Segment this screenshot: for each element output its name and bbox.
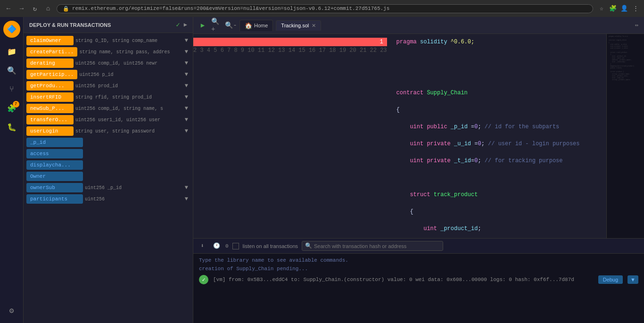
zoom-out-btn[interactable]: 🔍- bbox=[225, 20, 237, 31]
fn-btn-createParti[interactable]: createParti... bbox=[26, 47, 77, 57]
line-number-7: 7 bbox=[227, 47, 231, 54]
fn-row-access: access bbox=[26, 149, 190, 158]
line-number-18: 18 bbox=[329, 47, 336, 54]
fn-btn-getProdu[interactable]: getProdu... bbox=[26, 81, 74, 91]
line-numbers: 1 2 3 4 5 6 7 8 9 10 11 12 13 14 15 16 1 bbox=[193, 34, 391, 238]
terminal-search-input[interactable] bbox=[314, 243, 440, 249]
tab-close-icon[interactable]: ✕ bbox=[312, 23, 316, 29]
sidebar-item-settings[interactable]: ⚙ bbox=[3, 302, 20, 319]
icon-sidebar: 🔷 📁 🔍 ⑂ 🧩7 🐛 ⚙ bbox=[0, 17, 24, 323]
code-editor: 1 2 3 4 5 6 7 8 9 10 11 12 13 14 15 16 1 bbox=[193, 34, 606, 238]
code-content[interactable]: pragma solidity ^0.6.0; contract Supply_… bbox=[391, 34, 606, 238]
log-transaction-msg: [vm] from: 0x5B3...eddC4 to: Supply_Chai… bbox=[213, 277, 594, 282]
fn-dropdown-userLogin[interactable]: ▼ bbox=[183, 127, 190, 135]
zoom-in-btn[interactable]: 🔍+ bbox=[211, 20, 223, 31]
editor-toolbar: ▶ 🔍+ 🔍- 🏠 Home Tracking.sol ✕ ⇔ bbox=[193, 17, 644, 34]
profile-btn[interactable]: 👤 bbox=[619, 4, 629, 13]
url-bar[interactable]: 🔒 remix.ethereum.org/#optimize=false&run… bbox=[57, 4, 593, 13]
log-to: Supply_Chain.(constructor) bbox=[303, 277, 384, 282]
fn-btn-owner[interactable]: Owner bbox=[26, 172, 83, 181]
fn-btn-transferO[interactable]: transferO... bbox=[26, 115, 74, 124]
fn-btn-derating[interactable]: derating bbox=[26, 58, 74, 68]
sidebar-item-debug[interactable]: 🐛 bbox=[3, 119, 20, 136]
log-expand-btn[interactable]: ▼ bbox=[627, 275, 638, 284]
tab-tracking[interactable]: Tracking.sol ✕ bbox=[276, 20, 321, 31]
fn-btn-claimOwner[interactable]: claimOwner bbox=[26, 36, 74, 45]
fn-row-createParti: createParti... string name, string pass,… bbox=[26, 47, 190, 57]
log-from: 0x5B3...eddC4 bbox=[248, 277, 288, 282]
sidebar-item-plugins[interactable]: 🧩7 bbox=[3, 100, 20, 117]
back-btn[interactable]: ← bbox=[4, 4, 13, 13]
line-number-22: 22 bbox=[370, 47, 377, 54]
log-entry-transaction: ✓ [vm] from: 0x5B3...eddC4 to: Supply_Ch… bbox=[199, 273, 638, 286]
deploy-expand-icon[interactable]: ▶ bbox=[184, 21, 187, 28]
home-icon: 🏠 bbox=[245, 22, 252, 29]
log-hash: 0xf6f...7d87d bbox=[534, 277, 574, 282]
fn-dropdown-newSubP[interactable]: ▼ bbox=[183, 104, 190, 113]
fn-dropdown-participants[interactable]: ▼ bbox=[183, 195, 190, 203]
sidebar-item-git[interactable]: ⑂ bbox=[3, 81, 20, 98]
fn-dropdown-ownerSub[interactable]: ▼ bbox=[183, 183, 190, 192]
fn-btn-ownerSub[interactable]: ownerSub bbox=[26, 183, 83, 192]
deploy-title: DEPLOY & RUN TRANSACTIONS bbox=[29, 22, 172, 28]
sidebar-item-search[interactable]: 🔍 bbox=[3, 62, 20, 79]
line-number-9: 9 bbox=[241, 47, 244, 54]
fn-params-claimOwner: string O_ID, string comp_name bbox=[75, 38, 181, 43]
fn-params-userLogin: string user, string password bbox=[75, 129, 181, 134]
line-number-21: 21 bbox=[360, 47, 366, 54]
deploy-check-icon: ✓ bbox=[176, 21, 180, 29]
run-btn[interactable]: ▶ bbox=[197, 20, 208, 31]
fn-btn-insertRFID[interactable]: insertRFID bbox=[26, 92, 74, 102]
fn-row-derating: derating uint256 comp_id, uint256 newr ▼ bbox=[26, 58, 190, 68]
app-logo[interactable]: 🔷 bbox=[3, 21, 20, 38]
fn-row-owner: Owner bbox=[26, 172, 190, 181]
line-number-19: 19 bbox=[339, 47, 346, 54]
forward-btn[interactable]: → bbox=[17, 4, 26, 13]
fn-btn-participants[interactable]: participants bbox=[26, 194, 83, 204]
app-container: 🔷 📁 🔍 ⑂ 🧩7 🐛 ⚙ DEPLOY & RUN TRANSACTIONS… bbox=[0, 17, 644, 323]
listen-checkbox[interactable] bbox=[232, 243, 239, 249]
fn-btn-userLogin[interactable]: userLogin bbox=[26, 126, 74, 136]
fn-dropdown-getParticip[interactable]: ▼ bbox=[183, 70, 190, 79]
fn-btn-getParticip[interactable]: getParticip... bbox=[26, 70, 77, 79]
star-btn[interactable]: ☆ bbox=[597, 4, 606, 13]
terminal-toolbar: ⬇ 🕐 0 listen on all transactions 🔍 bbox=[193, 239, 644, 254]
fn-dropdown-derating[interactable]: ▼ bbox=[183, 59, 190, 67]
line-number-1: 1 bbox=[193, 38, 387, 46]
tab-home[interactable]: 🏠 Home bbox=[239, 20, 273, 31]
fn-dropdown-transferO[interactable]: ▼ bbox=[183, 116, 190, 124]
terminal-search[interactable]: 🔍 bbox=[302, 241, 443, 251]
sidebar-item-files[interactable]: 📁 bbox=[3, 43, 20, 60]
terminal-count: 0 bbox=[225, 243, 229, 249]
fn-dropdown-createParti[interactable]: ▼ bbox=[183, 48, 190, 56]
fn-btn-displaycha[interactable]: displaycha... bbox=[26, 160, 83, 170]
fn-btn-access[interactable]: access bbox=[26, 149, 83, 158]
line-number-6: 6 bbox=[221, 47, 224, 54]
fn-row-claimOwner: claimOwner string O_ID, string comp_name… bbox=[26, 36, 190, 45]
home-btn[interactable]: ⌂ bbox=[43, 4, 53, 13]
terminal-log: Type the library name to see available c… bbox=[193, 254, 644, 323]
fn-btn-newSubP[interactable]: newSub_P... bbox=[26, 104, 74, 113]
menu-btn[interactable]: ⋮ bbox=[631, 4, 640, 13]
terminal-search-icon: 🔍 bbox=[305, 242, 312, 249]
browser-bar: ← → ↻ ⌂ 🔒 remix.ethereum.org/#optimize=f… bbox=[0, 0, 644, 17]
fn-row-participants: participants uint256 ▼ bbox=[26, 194, 190, 204]
terminal-clear-btn[interactable]: ⬇ bbox=[197, 241, 207, 251]
log-line-1: Type the library name to see available c… bbox=[199, 257, 638, 265]
lock-icon: 🔒 bbox=[63, 6, 69, 12]
fn-row-userLogin: userLogin string user, string password ▼ bbox=[26, 126, 190, 136]
line-number-14: 14 bbox=[289, 47, 295, 54]
fn-row-transferO: transferO... uint256 user1_id, uint256 u… bbox=[26, 115, 190, 124]
fn-params-derating: uint256 comp_id, uint256 newr bbox=[75, 61, 181, 66]
panel-expand-icon[interactable]: ⇔ bbox=[633, 20, 640, 31]
line-number-5: 5 bbox=[214, 47, 217, 54]
fn-dropdown-claimOwner[interactable]: ▼ bbox=[183, 36, 190, 45]
extensions-btn[interactable]: 🧩 bbox=[608, 4, 618, 13]
log-debug-btn[interactable]: Debug bbox=[598, 275, 623, 284]
fn-dropdown-getProdu[interactable]: ▼ bbox=[183, 82, 190, 90]
fn-params-createParti: string name, string pass, addres bbox=[79, 50, 181, 55]
fn-dropdown-insertRFID[interactable]: ▼ bbox=[183, 93, 190, 101]
log-data: 0x608...00000 bbox=[446, 277, 487, 282]
refresh-btn[interactable]: ↻ bbox=[30, 4, 40, 13]
fn-btn-pid[interactable]: _p_id bbox=[26, 138, 83, 147]
